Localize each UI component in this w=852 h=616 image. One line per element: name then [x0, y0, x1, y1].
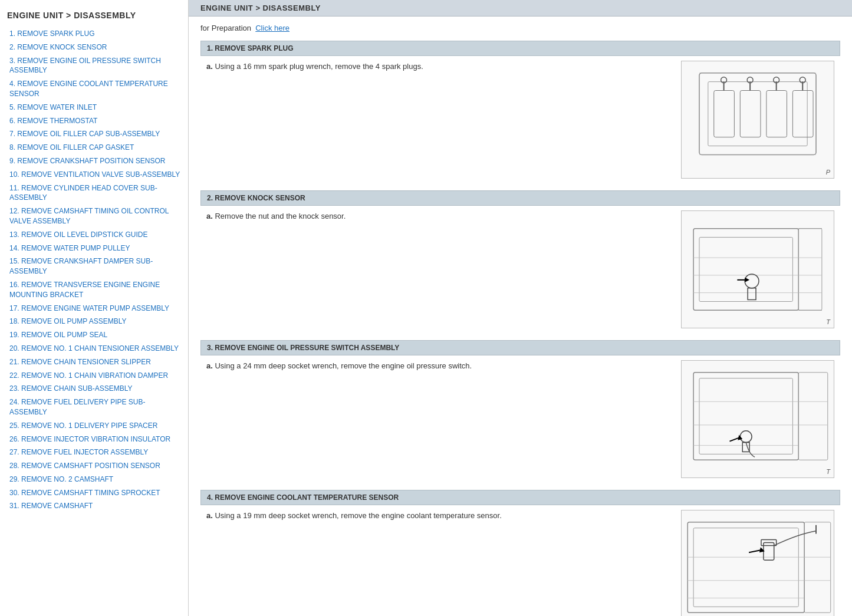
sidebar-item-20[interactable]: 20. REMOVE NO. 1 CHAIN TENSIONER ASSEMBL…	[0, 342, 188, 355]
sidebar-item-12[interactable]: 12. REMOVE CAMSHAFT TIMING OIL CONTROL V…	[0, 205, 188, 228]
sidebar-item-num: 23.	[9, 384, 19, 393]
sidebar-item-2[interactable]: 2. REMOVE KNOCK SENSOR	[0, 41, 188, 54]
sidebar-item-25[interactable]: 25. REMOVE NO. 1 DELIVERY PIPE SPACER	[0, 419, 188, 433]
sidebar-item-num: 2.	[9, 43, 15, 51]
sidebar-item-26[interactable]: 26. REMOVE INJECTOR VIBRATION INSULATOR	[0, 433, 188, 446]
sidebar-item-num: 3.	[9, 57, 15, 65]
sidebar-item-1[interactable]: 1. REMOVE SPARK PLUG	[0, 27, 188, 41]
svg-rect-22	[748, 288, 756, 300]
sidebar-item-16[interactable]: 16. REMOVE TRANSVERSE ENGINE ENGINE MOUN…	[0, 278, 188, 302]
sidebar-item-22[interactable]: 22. REMOVE NO. 1 CHAIN VIBRATION DAMPER	[0, 369, 188, 383]
section-s2: 2. REMOVE KNOCK SENSORa. Remove the nut …	[200, 190, 840, 328]
section-header-s2: 2. REMOVE KNOCK SENSOR	[200, 190, 840, 206]
sidebar-item-21[interactable]: 21. REMOVE CHAIN TENSIONER SLIPPER	[0, 355, 188, 369]
sidebar-item-num: 29.	[9, 475, 19, 483]
sidebar-item-11[interactable]: 11. REMOVE CYLINDER HEAD COVER SUB-ASSEM…	[0, 182, 188, 205]
sidebar-item-27[interactable]: 27. REMOVE FUEL INJECTOR ASSEMBLY	[0, 446, 188, 459]
svg-rect-31	[693, 373, 798, 460]
svg-rect-17	[699, 238, 792, 302]
sidebar-item-num: 11.	[9, 184, 19, 192]
sidebar-item-9[interactable]: 9. REMOVE CRANKSHAFT POSITION SENSOR	[0, 154, 188, 168]
svg-rect-36	[798, 373, 828, 460]
sidebar-list: 1. REMOVE SPARK PLUG2. REMOVE KNOCK SENS…	[0, 27, 188, 513]
section-header-s4: 4. REMOVE ENGINE COOLANT TEMPERATURE SEN…	[200, 490, 840, 505]
sidebar-item-28[interactable]: 28. REMOVE CAMSHAFT POSITION SENSOR	[0, 459, 188, 473]
sidebar-item-5[interactable]: 5. REMOVE WATER INLET	[0, 101, 188, 114]
svg-rect-5	[792, 91, 813, 137]
img-label: T	[826, 468, 830, 475]
sidebar-item-10[interactable]: 10. REMOVE VENTILATION VALVE SUB-ASSEMBL…	[0, 168, 188, 182]
svg-rect-27	[798, 229, 822, 311]
sidebar-item-24[interactable]: 24. REMOVE FUEL DELIVERY PIPE SUB-ASSEMB…	[0, 396, 188, 419]
sidebar-item-num: 28.	[9, 462, 19, 470]
sidebar-item-num: 12.	[9, 207, 19, 215]
sections-container: 1. REMOVE SPARK PLUGa. Using a 16 mm spa…	[200, 41, 840, 616]
sidebar-item-31[interactable]: 31. REMOVE CAMSHAFT	[0, 499, 188, 513]
sidebar-item-15[interactable]: 15. REMOVE CRANKSHAFT DAMPER SUB-ASSEMBL…	[0, 255, 188, 278]
svg-rect-3	[740, 91, 761, 137]
svg-rect-43	[687, 522, 804, 612]
section-body-s2: a. Remove the nut and the knock sensor. …	[200, 210, 840, 328]
sidebar-item-num: 15.	[9, 257, 19, 265]
sidebar-item-num: 22.	[9, 371, 19, 380]
sidebar-item-4[interactable]: 4. REMOVE ENGINE COOLANT TEMPERATURE SEN…	[0, 77, 188, 101]
svg-line-54	[749, 550, 761, 552]
img-label: P	[826, 169, 830, 176]
sidebar-item-num: 24.	[9, 398, 19, 406]
sidebar-item-8[interactable]: 8. REMOVE OIL FILLER CAP GASKET	[0, 141, 188, 154]
sidebar-item-num: 19.	[9, 331, 19, 339]
sidebar-item-14[interactable]: 14. REMOVE WATER PUMP PULLEY	[0, 242, 188, 255]
preparation-link[interactable]: Click here	[255, 24, 290, 32]
svg-marker-24	[745, 278, 749, 282]
img-label: T	[826, 318, 830, 325]
main-header: ENGINE UNIT > DISASSEMBLY	[189, 0, 852, 17]
step-label: a.	[206, 511, 213, 520]
sidebar-item-num: 9.	[9, 157, 15, 165]
section-text-s3: a. Using a 24 mm deep socket wrench, rem…	[206, 360, 681, 372]
sidebar-item-num: 13.	[9, 230, 19, 239]
sidebar-item-17[interactable]: 17. REMOVE ENGINE WATER PUMP ASSEMBLY	[0, 302, 188, 315]
section-img-s2: T	[681, 210, 834, 328]
sidebar-item-18[interactable]: 18. REMOVE OIL PUMP ASSEMBLY	[0, 315, 188, 328]
sidebar-item-num: 1.	[9, 29, 15, 38]
sidebar-item-num: 17.	[9, 304, 19, 312]
sidebar-item-6[interactable]: 6. REMOVE THERMOSTAT	[0, 114, 188, 128]
sidebar-item-29[interactable]: 29. REMOVE NO. 2 CAMSHAFT	[0, 473, 188, 486]
section-img-s1: P	[681, 61, 834, 179]
sidebar-title: ENGINE UNIT > DISASSEMBLY	[0, 6, 188, 27]
section-body-s3: a. Using a 24 mm deep socket wrench, rem…	[200, 360, 840, 478]
svg-rect-2	[714, 91, 735, 137]
svg-point-39	[740, 431, 752, 443]
preparation-text: for Preparation	[200, 24, 251, 32]
sidebar-item-num: 10.	[9, 170, 19, 179]
section-text-s2: a. Remove the nut and the knock sensor.	[206, 210, 681, 222]
step-label: a.	[206, 212, 213, 220]
sidebar-item-7[interactable]: 7. REMOVE OIL FILLER CAP SUB-ASSEMBLY	[0, 127, 188, 141]
sidebar-item-30[interactable]: 30. REMOVE CAMSHAFT TIMING SPROCKET	[0, 486, 188, 500]
main-content-area: ENGINE UNIT > DISASSEMBLY for Preparatio…	[189, 0, 852, 616]
section-img-s3: T	[681, 360, 834, 478]
sidebar-item-num: 21.	[9, 358, 19, 366]
sidebar: ENGINE UNIT > DISASSEMBLY 1. REMOVE SPAR…	[0, 0, 189, 616]
sidebar-item-num: 4.	[9, 80, 15, 88]
section-s1: 1. REMOVE SPARK PLUGa. Using a 16 mm spa…	[200, 41, 840, 179]
sidebar-item-num: 14.	[9, 244, 19, 252]
sidebar-item-num: 27.	[9, 448, 19, 456]
preparation-line: for Preparation Click here	[200, 24, 840, 32]
section-body-s4: a. Using a 19 mm deep socket wrench, rem…	[200, 510, 840, 616]
section-img-s4: T	[681, 510, 834, 616]
section-header-s1: 1. REMOVE SPARK PLUG	[200, 41, 840, 56]
sidebar-item-19[interactable]: 19. REMOVE OIL PUMP SEAL	[0, 328, 188, 342]
sidebar-item-13[interactable]: 13. REMOVE OIL LEVEL DIPSTICK GUIDE	[0, 228, 188, 242]
svg-rect-44	[693, 528, 798, 607]
sidebar-item-num: 16.	[9, 281, 19, 289]
sidebar-item-num: 5.	[9, 103, 15, 111]
step-label: a.	[206, 62, 213, 71]
section-body-s1: a. Using a 16 mm spark plug wrench, remo…	[200, 61, 840, 179]
section-header-s3: 3. REMOVE ENGINE OIL PRESSURE SWITCH ASS…	[200, 340, 840, 355]
sidebar-item-3[interactable]: 3. REMOVE ENGINE OIL PRESSURE SWITCH ASS…	[0, 54, 188, 78]
svg-rect-4	[767, 91, 787, 137]
sidebar-item-23[interactable]: 23. REMOVE CHAIN SUB-ASSEMBLY	[0, 382, 188, 396]
sidebar-item-num: 26.	[9, 435, 19, 443]
section-text-s4: a. Using a 19 mm deep socket wrench, rem…	[206, 510, 681, 522]
